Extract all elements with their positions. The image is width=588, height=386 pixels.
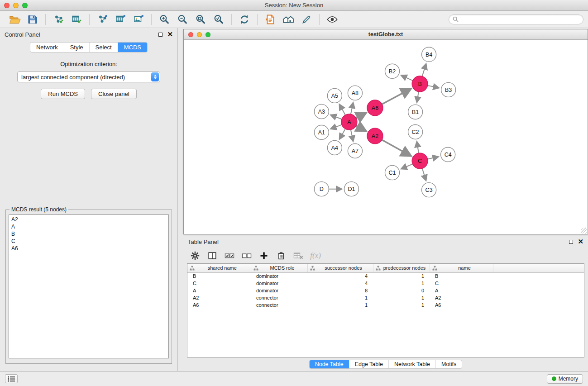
table-row[interactable]: Adominator80A [187, 287, 584, 294]
table-cell[interactable]: 1 [373, 294, 430, 301]
close-window-button[interactable] [4, 3, 10, 8]
network-node-B3[interactable]: B3 [441, 82, 456, 97]
table-cell[interactable]: connector [251, 301, 307, 309]
network-node-A8[interactable]: A8 [348, 86, 362, 100]
open-file-button[interactable] [5, 12, 24, 27]
table-cell[interactable]: A [187, 287, 251, 294]
zoom-selected-region-button[interactable] [210, 12, 228, 27]
maximize-window-button[interactable] [22, 3, 28, 8]
network-node-A2[interactable]: A2 [367, 128, 383, 144]
close-table-panel-button[interactable]: ✕ [578, 239, 583, 244]
table-cell[interactable]: 8 [307, 287, 373, 294]
table-cell[interactable]: A2 [430, 294, 493, 301]
tab-mcds[interactable]: MCDS [118, 43, 147, 52]
network-node-A3[interactable]: A3 [314, 104, 329, 119]
column-header-shared-name[interactable]: shared name [187, 264, 251, 272]
network-maximize-button[interactable] [206, 32, 210, 37]
network-node-A5[interactable]: A5 [327, 88, 342, 103]
table-cell[interactable]: B [187, 272, 251, 280]
minimize-window-button[interactable] [13, 3, 19, 8]
panels-menu-button[interactable] [5, 374, 18, 383]
table-cell[interactable]: B [430, 272, 493, 280]
run-mcds-button[interactable]: Run MCDS [41, 89, 85, 99]
table-cell[interactable]: A6 [187, 301, 251, 309]
network-node-A7[interactable]: A7 [348, 144, 362, 158]
float-control-panel-button[interactable] [158, 33, 163, 37]
mcds-result-item[interactable]: A2 [9, 216, 168, 223]
export-image-button[interactable] [129, 12, 148, 27]
network-node-C4[interactable]: C4 [441, 148, 455, 162]
tab-network[interactable]: Network [30, 43, 64, 52]
select-all-button[interactable] [221, 249, 238, 262]
tab-select[interactable]: Select [89, 43, 118, 52]
network-canvas[interactable]: B4B2BB3A5A8A6B1A3AC2A1A2A4A7C4CC1C3DD1 [184, 40, 588, 234]
table-cell[interactable]: C [430, 280, 493, 287]
network-node-B2[interactable]: B2 [385, 64, 399, 78]
table-cell[interactable]: A2 [187, 294, 251, 301]
table-cell[interactable]: dominator [251, 280, 307, 287]
mcds-result-item[interactable]: B [9, 230, 168, 238]
apply-preferred-layout-button[interactable] [235, 12, 253, 27]
mcds-result-item[interactable]: A6 [9, 245, 168, 252]
table-cell[interactable]: 1 [307, 294, 373, 301]
add-row-button[interactable] [256, 249, 272, 262]
mcds-result-item[interactable]: A [9, 223, 168, 230]
tab-style[interactable]: Style [64, 43, 89, 52]
network-node-A1[interactable]: A1 [314, 125, 329, 139]
delete-table-button[interactable] [290, 249, 306, 262]
table-cell[interactable]: 1 [373, 280, 430, 287]
table-cell[interactable]: 0 [373, 287, 430, 294]
search-input[interactable] [461, 16, 579, 23]
annotation-pen-button[interactable] [297, 12, 316, 27]
search-box[interactable] [449, 14, 583, 24]
tab-network-table[interactable]: Network Table [388, 360, 435, 368]
zoom-in-button[interactable] [155, 12, 173, 27]
table-cell[interactable]: connector [251, 294, 307, 301]
delete-row-button[interactable] [273, 249, 289, 262]
network-node-A[interactable]: A [341, 114, 357, 130]
table-row[interactable]: A2connector11A2 [187, 294, 584, 301]
network-node-B1[interactable]: B1 [408, 105, 423, 119]
close-control-panel-button[interactable]: ✕ [167, 32, 173, 37]
export-network-button[interactable] [93, 12, 111, 27]
window-resize-grip[interactable] [581, 228, 587, 234]
tab-motifs[interactable]: Motifs [435, 360, 462, 368]
zoom-out-button[interactable] [173, 12, 191, 27]
memory-button[interactable]: Memory [547, 374, 583, 384]
show-column-button[interactable] [204, 249, 220, 262]
network-node-C2[interactable]: C2 [408, 124, 423, 139]
table-row[interactable]: Cdominator41C [187, 280, 584, 287]
mcds-result-item[interactable]: C [9, 238, 168, 245]
table-cell[interactable]: 1 [373, 301, 430, 309]
table-cell[interactable]: A [430, 287, 493, 294]
zoom-fit-content-button[interactable] [191, 12, 210, 27]
table-cell[interactable]: 4 [307, 280, 373, 287]
tab-edge-table[interactable]: Edge Table [349, 360, 388, 368]
network-node-B[interactable]: B [412, 76, 428, 92]
float-table-panel-button[interactable] [569, 240, 573, 244]
deselect-all-button[interactable] [239, 249, 255, 262]
table-options-button[interactable] [187, 249, 203, 262]
network-node-A4[interactable]: A4 [327, 141, 342, 155]
export-table-button[interactable] [111, 12, 129, 27]
table-cell[interactable]: 1 [307, 301, 373, 309]
table-cell[interactable]: dominator [251, 272, 307, 280]
save-session-button[interactable] [24, 12, 42, 27]
column-header-successor-nodes[interactable]: successor nodes [307, 264, 373, 272]
network-node-B4[interactable]: B4 [422, 47, 436, 62]
column-header-name[interactable]: name [430, 264, 493, 272]
table-cell[interactable]: A6 [430, 301, 493, 309]
network-node-C1[interactable]: C1 [385, 166, 399, 180]
function-builder-button[interactable]: f(x) [307, 249, 324, 262]
import-table-from-file-button[interactable] [67, 12, 86, 27]
network-node-A6[interactable]: A6 [367, 100, 383, 116]
close-panel-button[interactable]: Close panel [91, 89, 137, 99]
table-cell[interactable]: 4 [307, 272, 373, 280]
table-row[interactable]: A6connector11A6 [187, 301, 584, 309]
show-graphics-details-button[interactable] [261, 12, 279, 27]
network-node-D1[interactable]: D1 [344, 182, 359, 196]
optimization-criterion-select[interactable]: largest connected component (directed) [17, 71, 160, 82]
table-row[interactable]: Bdominator41B [187, 272, 584, 280]
network-graph[interactable]: B4B2BB3A5A8A6B1A3AC2A1A2A4A7C4CC1C3DD1 [184, 40, 588, 234]
table-cell[interactable]: 1 [373, 272, 430, 280]
